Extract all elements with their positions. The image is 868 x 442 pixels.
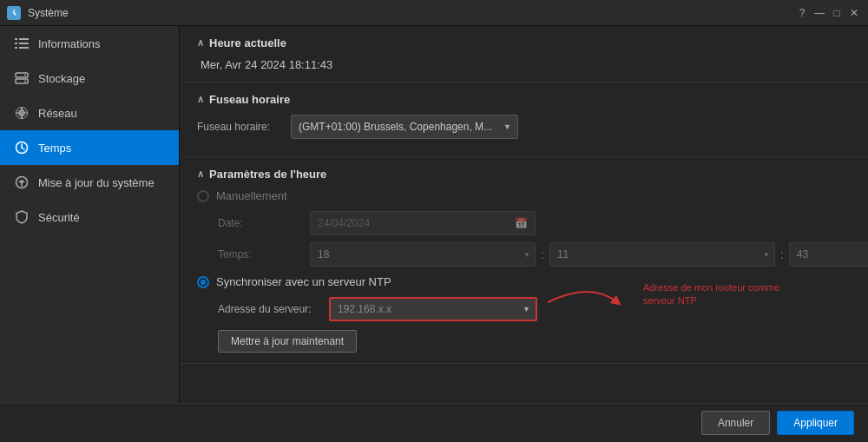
heure-actuelle-header[interactable]: ∧ Heure actuelle bbox=[197, 36, 851, 49]
sidebar-item-informations[interactable]: Informations bbox=[0, 26, 179, 61]
hour-select-wrapper: 18 bbox=[310, 242, 536, 267]
radio-manuellement-label: Manuellement bbox=[216, 189, 287, 202]
time-colon-1: : bbox=[541, 247, 544, 261]
parametres-title: Paramètres de l'heure bbox=[209, 168, 326, 181]
ntp-server-row: Adresse du serveur: Adresse de mon route… bbox=[218, 297, 851, 321]
sidebar-label-securite: Sécurité bbox=[38, 211, 80, 224]
update-icon bbox=[14, 175, 30, 190]
sidebar-item-reseau[interactable]: Réseau bbox=[0, 96, 179, 130]
cancel-button[interactable]: Annuler bbox=[701, 411, 770, 435]
sidebar-item-stockage[interactable]: Stockage bbox=[0, 61, 179, 96]
storage-icon bbox=[14, 70, 30, 86]
title-bar: Système ? — □ ✕ bbox=[0, 0, 868, 26]
apply-button[interactable]: Appliquer bbox=[777, 411, 854, 435]
minimize-button[interactable]: — bbox=[812, 6, 826, 20]
radio-manuellement-row[interactable]: Manuellement bbox=[197, 189, 851, 202]
sidebar-item-securite[interactable]: Sécurité bbox=[0, 200, 179, 234]
footer: Annuler Appliquer bbox=[0, 403, 868, 442]
second-select-wrapper: 43 bbox=[789, 242, 868, 267]
window-title: Système bbox=[28, 7, 795, 19]
sidebar-label-reseau: Réseau bbox=[38, 107, 77, 120]
svg-rect-3 bbox=[15, 43, 17, 44]
clock-icon bbox=[14, 140, 30, 155]
main-layout: Informations Stockage bbox=[0, 26, 868, 403]
svg-point-19 bbox=[21, 181, 23, 184]
ntp-server-label: Adresse du serveur: bbox=[218, 303, 322, 315]
svg-rect-5 bbox=[15, 47, 17, 49]
chevron-down-icon-2: ∧ bbox=[197, 94, 204, 105]
timezone-select[interactable]: (GMT+01:00) Brussels, Copenhagen, M... bbox=[291, 115, 518, 139]
calendar-icon: 📅 bbox=[515, 217, 528, 229]
date-label: Date: bbox=[218, 217, 305, 229]
sidebar-item-mise-a-jour[interactable]: Mise à jour du système bbox=[0, 165, 179, 200]
app-icon bbox=[7, 6, 21, 20]
sidebar-label-mise-a-jour: Mise à jour du système bbox=[38, 176, 155, 189]
time-row: Temps: 18 : 11 : 43 bbox=[218, 242, 851, 267]
sidebar: Informations Stockage bbox=[0, 26, 180, 403]
timezone-label: Fuseau horaire: bbox=[197, 121, 284, 133]
svg-point-10 bbox=[24, 81, 26, 82]
help-button[interactable]: ? bbox=[795, 6, 809, 20]
update-btn-row: Mettre à jour maintenant bbox=[197, 330, 851, 353]
radio-manuellement[interactable] bbox=[197, 190, 209, 202]
sidebar-label-informations: Informations bbox=[38, 37, 101, 50]
date-row: Date: 24/04/2024 📅 bbox=[218, 211, 851, 235]
date-input[interactable]: 24/04/2024 📅 bbox=[310, 211, 536, 235]
ntp-input-wrapper bbox=[329, 297, 537, 321]
fuseau-horaire-section: ∧ Fuseau horaire Fuseau horaire: (GMT+01… bbox=[180, 82, 868, 157]
chevron-down-icon: ∧ bbox=[197, 37, 204, 49]
sidebar-label-temps: Temps bbox=[38, 142, 71, 155]
sidebar-item-temps[interactable]: Temps bbox=[0, 130, 179, 165]
radio-ntp-label: Synchroniser avec un serveur NTP bbox=[216, 275, 391, 288]
fuseau-horaire-header[interactable]: ∧ Fuseau horaire bbox=[197, 93, 851, 106]
timezone-row: Fuseau horaire: (GMT+01:00) Brussels, Co… bbox=[197, 115, 851, 139]
second-select[interactable]: 43 bbox=[789, 242, 868, 267]
timezone-select-wrapper: (GMT+01:00) Brussels, Copenhagen, M... bbox=[291, 115, 518, 139]
minute-select[interactable]: 11 bbox=[549, 242, 775, 267]
maximize-button[interactable]: □ bbox=[830, 6, 844, 20]
svg-rect-6 bbox=[19, 47, 29, 49]
heure-actuelle-title: Heure actuelle bbox=[209, 36, 286, 49]
svg-rect-1 bbox=[15, 38, 17, 40]
heure-actuelle-section: ∧ Heure actuelle Mer, Avr 24 2024 18:11:… bbox=[180, 26, 868, 82]
close-button[interactable]: ✕ bbox=[847, 6, 861, 20]
shield-icon bbox=[14, 209, 30, 225]
time-colon-2: : bbox=[780, 247, 784, 261]
radio-ntp[interactable] bbox=[197, 276, 209, 288]
sidebar-label-stockage: Stockage bbox=[38, 72, 85, 85]
hour-select[interactable]: 18 bbox=[310, 242, 536, 267]
content-area: ∧ Heure actuelle Mer, Avr 24 2024 18:11:… bbox=[180, 26, 868, 403]
ntp-server-input[interactable] bbox=[329, 297, 537, 321]
svg-point-9 bbox=[24, 75, 26, 76]
update-now-button[interactable]: Mettre à jour maintenant bbox=[218, 330, 357, 353]
svg-rect-4 bbox=[19, 43, 29, 44]
current-time-value: Mer, Avr 24 2024 18:11:43 bbox=[201, 58, 851, 71]
network-icon bbox=[14, 105, 30, 121]
date-value: 24/04/2024 bbox=[318, 217, 370, 229]
parametres-header[interactable]: ∧ Paramètres de l'heure bbox=[197, 168, 851, 181]
time-label: Temps: bbox=[218, 248, 305, 261]
window-controls: ? — □ ✕ bbox=[795, 6, 861, 20]
svg-line-16 bbox=[22, 148, 24, 149]
minute-select-wrapper: 11 bbox=[549, 242, 775, 267]
parametres-section: ∧ Paramètres de l'heure Manuellement Dat… bbox=[180, 157, 868, 364]
svg-rect-2 bbox=[19, 38, 29, 40]
chevron-down-icon-3: ∧ bbox=[197, 168, 204, 180]
fuseau-horaire-title: Fuseau horaire bbox=[209, 93, 290, 106]
ntp-annotation: Adresse de mon routeur comme serveur NTP bbox=[643, 281, 782, 308]
list-icon bbox=[14, 36, 30, 51]
